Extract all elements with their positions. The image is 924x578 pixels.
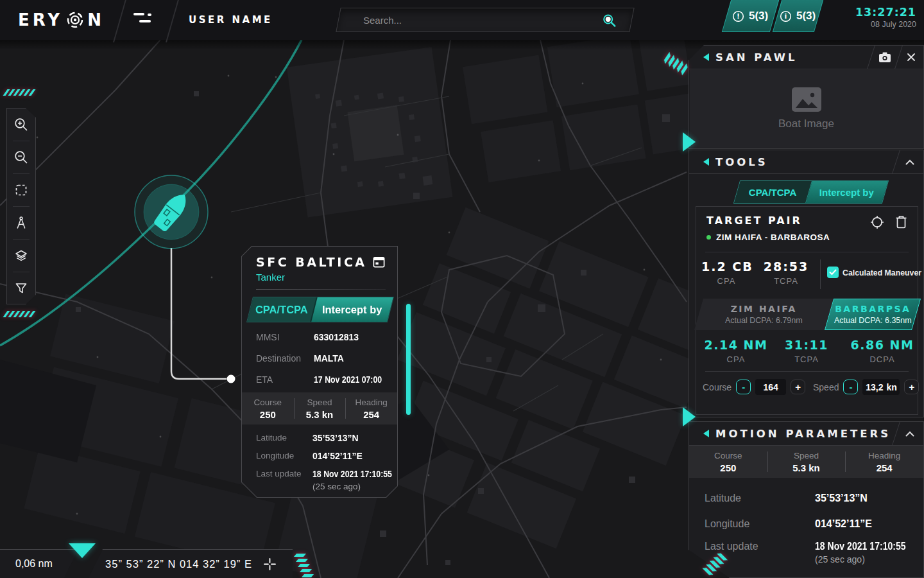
dcpa-value: 6.86 NMDCPA [848, 338, 917, 364]
user-name[interactable]: USER NAME [189, 0, 273, 40]
panel-title: SAN PAWL [715, 51, 798, 64]
measure-icon [14, 216, 28, 230]
divider [705, 252, 909, 252]
camera-button[interactable] [871, 46, 898, 69]
vessel-tab-barbarpsa[interactable]: BARBARPSAActual DCPA: 6.35nm [825, 299, 921, 330]
popup-row-mmsi: MMSI633012813 [256, 326, 388, 347]
panel-collapse-icon[interactable] [703, 158, 709, 166]
panel-collapse-icon[interactable] [703, 430, 709, 437]
chevron-up-icon [905, 431, 914, 437]
speed-stepper: Speed - 13,2kn + [813, 379, 919, 395]
measure-button[interactable] [7, 207, 35, 239]
camera-icon [878, 51, 891, 63]
svg-text:i: i [785, 12, 787, 20]
tools-tab-cpa-tcpa[interactable]: CPA/TCPA [734, 181, 812, 203]
calculated-maneuver-label: Calculated Maneuver [843, 268, 921, 277]
zoom-out-button[interactable] [7, 141, 35, 173]
mp-row-last-update: Last update18 Nov 2021 17:10:55(25 sec a… [705, 541, 908, 565]
speed-plus-button[interactable]: + [904, 380, 919, 394]
divider [256, 289, 386, 290]
course-minus-button[interactable]: - [736, 380, 751, 394]
target-pair-box: TARGET PAIR ZIM HAIFA - BARBAROSA 1.2 CB… [696, 206, 918, 415]
coordinates: 35” 53” 22” N 014 32” 19” E [105, 558, 252, 570]
tab-intercept-by[interactable]: Intercept by [312, 297, 393, 322]
svg-text:!: ! [737, 12, 740, 20]
image-icon [792, 87, 821, 112]
search-icon[interactable] [603, 13, 617, 28]
layers-icon [14, 249, 28, 263]
logo-target-icon [66, 11, 84, 29]
check-icon [829, 269, 837, 276]
menu-icon[interactable] [132, 12, 158, 28]
hazard-stripes [5, 89, 33, 96]
coordinates-bar: 35” 53” 22” N 014 32” 19” E [89, 549, 293, 578]
info-badge[interactable]: i5(3) [773, 0, 823, 32]
popup-vessel-type: Tanker [256, 272, 397, 283]
info-icon: i [780, 10, 792, 22]
collapse-button[interactable] [896, 150, 923, 173]
panel-title: TOOLS [715, 156, 768, 168]
chevron-up-icon [905, 159, 914, 165]
topbar-separator [113, 0, 127, 42]
time: 13:27:21 [855, 6, 916, 19]
vessel-popup: SFC BALTICA Tanker CPA/TCPA Intercept by… [241, 246, 398, 498]
popup-connector-dot [227, 375, 235, 383]
zoom-in-icon [13, 117, 29, 132]
vessel-tabs: ZIM HAIFAActual DCPA: 6.79nm BARBARPSAAc… [694, 299, 921, 330]
panel-edge-arrow[interactable] [683, 407, 696, 426]
hazard-stripes [295, 554, 312, 578]
close-button[interactable] [899, 46, 923, 69]
hazard-stripes [5, 311, 33, 317]
calculated-maneuver-checkbox[interactable] [827, 267, 839, 278]
vessel-marker[interactable] [135, 175, 208, 249]
search-input[interactable] [339, 8, 631, 31]
zoom-out-icon [13, 150, 29, 165]
zoom-in-button[interactable] [7, 109, 35, 141]
target-pair-title: TARGET PAIR [706, 215, 802, 227]
panel-collapse-icon[interactable] [703, 53, 709, 61]
warning-icon: ! [733, 10, 745, 22]
mp-row-latitude: Latitude35’53’13”N [705, 486, 908, 511]
course-plus-button[interactable]: + [791, 380, 805, 394]
trash-icon[interactable] [895, 215, 907, 229]
calendar-icon[interactable] [372, 255, 386, 268]
clock: 13:27:21 08 July 2020 [855, 6, 916, 29]
topbar-separator [166, 0, 180, 42]
popup-row-latitude: Latitude35’53’13”N [256, 430, 391, 448]
popup-motion-band: Course250 Speed5.3 kn Heading254 [242, 392, 397, 425]
course-value[interactable]: 164 [755, 379, 786, 395]
date: 08 July 2020 [855, 20, 916, 29]
cpa-value: 2.14 NMCPA [701, 338, 771, 364]
tools-tabs: CPA/TCPA Intercept by [733, 180, 889, 204]
speed-value[interactable]: 13,2kn [862, 379, 900, 395]
locate-icon[interactable] [870, 215, 884, 229]
layers-button[interactable] [7, 240, 35, 272]
speed-minus-button[interactable]: - [843, 380, 858, 394]
alerts-badge[interactable]: !5(3) [722, 0, 779, 32]
panel-title: MOTION PARAMETERS [715, 428, 891, 440]
close-icon [907, 53, 916, 62]
app-logo: ERYN [18, 0, 105, 40]
popup-row-eta: ETA17 Nov 2021 07:00 [256, 369, 388, 390]
tools-tab-intercept-by[interactable]: Intercept by [806, 181, 888, 203]
target-pair-names: ZIM HAIFA - BARBAROSA [706, 232, 830, 242]
select-area-icon [14, 183, 28, 197]
motion-band: Course250 Speed5.3 kn Heading254 [689, 446, 923, 478]
popup-row-longitude: Longitude014’52’11”E [256, 448, 391, 466]
popup-tabs: CPA/TCPA Intercept by [246, 297, 394, 322]
motion-parameters-panel: MOTION PARAMETERS Course250 Speed5.3 kn … [689, 421, 924, 578]
divider [820, 259, 821, 289]
scale-arrow [69, 543, 96, 558]
popup-row-last-update: Last update18 Nov 2021 17:10:55(25 sec a… [256, 466, 391, 493]
vessel-tab-zim-haifa[interactable]: ZIM HAIFAActual DCPA: 6.79nm [694, 299, 834, 330]
crosshair-icon[interactable] [264, 558, 276, 570]
boat-image-placeholder: Boat Image [690, 70, 923, 148]
tab-cpa-tcpa[interactable]: CPA/TCPA [247, 297, 318, 322]
panel-edge-arrow[interactable] [683, 132, 696, 152]
course-stepper: Course - 164 + [703, 379, 805, 395]
collapse-button[interactable] [896, 422, 923, 445]
popup-accent-bar [406, 304, 411, 415]
select-area-button[interactable] [7, 174, 35, 206]
app: ERYN USER NAME !5(3) i5(3) 13:27:21 08 J… [0, 0, 924, 578]
cpa-stat: 1.2 CBCPA [701, 259, 751, 286]
